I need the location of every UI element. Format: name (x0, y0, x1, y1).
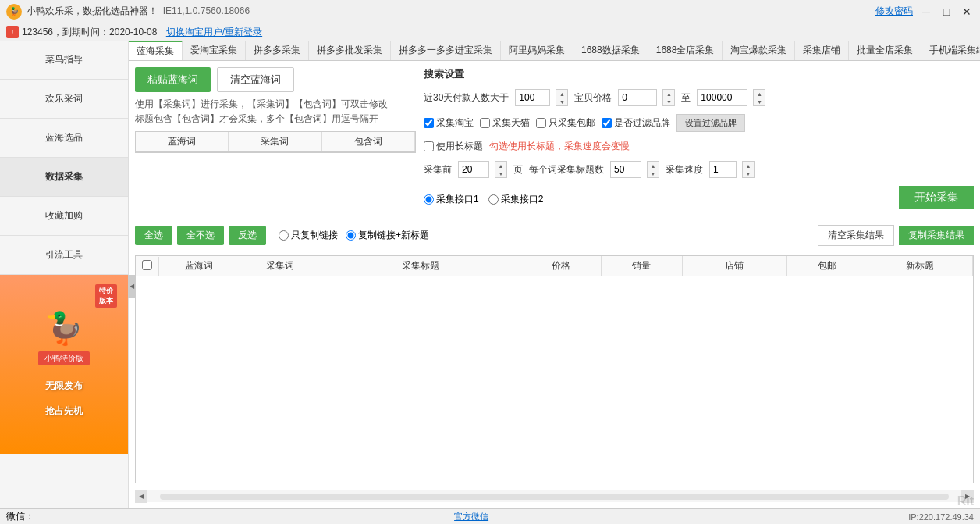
tab-pdd-batch[interactable]: 拼多多批发采集 (309, 41, 391, 60)
close-button[interactable]: ✕ (960, 5, 974, 19)
per-word-input[interactable] (610, 161, 641, 178)
maximize-button[interactable]: □ (939, 5, 953, 19)
checkbox-tianmao-label[interactable]: 采集天猫 (480, 116, 530, 130)
checkbox-longtitle-label[interactable]: 使用长标题 (424, 140, 483, 153)
speed-spin-up[interactable]: ▲ (743, 162, 754, 169)
blue-word-table: 蓝海词 采集词 包含词 (135, 131, 416, 153)
result-table-body (136, 276, 973, 483)
days-label: 近30天付款人数大于 (424, 91, 509, 105)
tab-pdd-jb[interactable]: 拼多多一多多进宝采集 (391, 41, 501, 60)
radio-interface1-label[interactable]: 采集接口1 (424, 193, 479, 206)
start-collect-button[interactable]: 开始采集 (899, 186, 974, 209)
window-controls: 修改密码 ─ □ ✕ (875, 0, 974, 23)
tab-1688-all[interactable]: 1688全店采集 (648, 41, 723, 60)
radio-copy-new[interactable] (346, 230, 356, 241)
sidebar: 菜鸟指导 欢乐采词 蓝海选品 数据采集 收藏加购 引流工具 特价版本 🦆 小鸭特… (0, 41, 129, 508)
pages-spin-up[interactable]: ▲ (495, 162, 506, 169)
radio-copy-link[interactable] (279, 230, 289, 241)
clear-blue-word-button[interactable]: 清空蓝海词 (217, 67, 294, 92)
tab-shop[interactable]: 采集店铺 (795, 41, 849, 60)
sidebar-item-collect[interactable]: 收藏加购 (0, 197, 128, 236)
scroll-track[interactable] (160, 494, 949, 500)
deselect-all-button[interactable]: 全不选 (177, 226, 224, 245)
checkbox-longtitle[interactable] (424, 141, 434, 151)
tab-hot[interactable]: 淘宝爆款采集 (723, 41, 795, 60)
scroll-left-btn[interactable]: ◀ (135, 490, 147, 503)
app-title: 小鸭欢乐采，数据化选品神器！ IE11,1.0.7560.18066 (27, 5, 974, 18)
radio-copy-new-label[interactable]: 复制链接+新标题 (346, 229, 429, 242)
result-col-collect: 采集词 (240, 256, 321, 276)
switch-account-link[interactable]: 切换淘宝用户/重新登录 (166, 26, 262, 39)
sidebar-item-huanle[interactable]: 欢乐采词 (0, 80, 128, 119)
app-icon: 🦆 (6, 4, 22, 20)
ad-duck-icon: 🦆 (44, 310, 83, 347)
result-table: 蓝海词 采集词 采集标题 价格 销量 店铺 包邮 新标题 (135, 255, 974, 483)
bottom-toolbar: 全选 全不选 反选 只复制链接 复制链接+新标题 清空采集结果 复制采集结果 (135, 222, 974, 249)
days-spin-up[interactable]: ▲ (556, 90, 567, 98)
speed-spin-down[interactable]: ▼ (743, 169, 754, 177)
set-brand-filter-button[interactable]: 设置过滤品牌 (676, 114, 745, 132)
change-pwd-link[interactable]: 修改密码 (875, 5, 913, 18)
checkbox-taobao-label[interactable]: 采集淘宝 (424, 116, 474, 130)
wechat-link[interactable]: 官方微信 (454, 511, 488, 522)
alert-icon: ! (6, 26, 19, 38)
sidebar-item-traffic[interactable]: 引流工具 (0, 236, 128, 275)
select-all-button[interactable]: 全选 (135, 226, 172, 245)
status-bar: 微信： 官方微信 IP:220.172.49.34 (0, 508, 980, 524)
settings-row-2: 采集淘宝 采集天猫 只采集包邮 是否过滤品牌 (424, 114, 974, 132)
per-word-spin-down[interactable]: ▼ (648, 169, 659, 177)
tab-mobile[interactable]: 手机端采集结果 (921, 41, 980, 60)
checkbox-tianmao[interactable] (480, 118, 490, 128)
paste-blue-word-button[interactable]: 粘贴蓝海词 (135, 67, 211, 92)
pages-input[interactable] (458, 161, 489, 178)
days-spin-down[interactable]: ▼ (556, 98, 567, 105)
tab-aitao[interactable]: 爱淘宝采集 (183, 41, 246, 60)
radio-interface2[interactable] (488, 194, 499, 205)
result-check-all[interactable] (142, 260, 152, 270)
tab-lanhai[interactable]: 蓝海采集 (129, 41, 183, 60)
tab-pdd[interactable]: 拼多多采集 (246, 41, 309, 60)
col-header-contain: 包含词 (322, 132, 415, 151)
col-header-haiword: 蓝海词 (136, 132, 229, 151)
result-col-shop: 店铺 (683, 256, 787, 276)
price-min-spin-down[interactable]: ▼ (663, 98, 674, 105)
radio-interface1[interactable] (424, 194, 434, 205)
speed-input[interactable] (709, 161, 737, 178)
title-bar: 🦆 小鸭欢乐采，数据化选品神器！ IE11,1.0.7560.18066 修改密… (0, 0, 980, 23)
pages-spin-down[interactable]: ▼ (495, 169, 506, 177)
tab-batch-shop[interactable]: 批量全店采集 (849, 41, 921, 60)
user-info-text: 123456，到期时间：2020-10-08 (22, 26, 157, 39)
price-min-spin-up[interactable]: ▲ (663, 90, 674, 98)
price-max-spin-up[interactable]: ▲ (754, 90, 765, 98)
checkbox-brand-label[interactable]: 是否过滤品牌 (602, 116, 670, 130)
per-word-label: 每个词采集标题数 (529, 163, 604, 176)
result-col-check (136, 257, 159, 276)
price-min-input[interactable] (618, 89, 657, 106)
interface-radio-group: 采集接口1 采集接口2 (424, 193, 543, 206)
sidebar-item-caoniao[interactable]: 菜鸟指导 (0, 41, 128, 80)
scroll-area: ◀ ▶ (135, 490, 974, 502)
invert-select-button[interactable]: 反选 (229, 226, 266, 245)
radio-interface2-label[interactable]: 采集接口2 (488, 193, 544, 206)
sidebar-item-data[interactable]: 数据采集 (0, 158, 128, 197)
sidebar-collapse-btn[interactable]: ◀ (128, 275, 136, 298)
pages-after-label: 页 (513, 163, 523, 176)
tab-1688-data[interactable]: 1688数据采集 (573, 41, 648, 60)
copy-result-button[interactable]: 复制采集结果 (899, 226, 974, 245)
per-word-spin-up[interactable]: ▲ (648, 162, 659, 169)
tab-alimama[interactable]: 阿里妈妈采集 (501, 41, 573, 60)
checkbox-filter-brand[interactable] (602, 118, 612, 128)
radio-copy-link-label[interactable]: 只复制链接 (279, 229, 338, 242)
minimize-button[interactable]: ─ (919, 5, 933, 19)
checkbox-mail-only[interactable] (536, 118, 546, 128)
main-layout: 菜鸟指导 欢乐采词 蓝海选品 数据采集 收藏加购 引流工具 特价版本 🦆 小鸭特… (0, 41, 980, 508)
checkbox-taobao[interactable] (424, 118, 434, 128)
price-max-spin-down[interactable]: ▼ (754, 98, 765, 105)
pages-before-label: 采集前 (424, 163, 452, 176)
days-input[interactable] (515, 89, 550, 106)
checkbox-mail-label[interactable]: 只采集包邮 (536, 116, 595, 130)
price-max-input[interactable] (697, 89, 747, 106)
clear-result-button[interactable]: 清空采集结果 (818, 225, 894, 246)
sidebar-item-lanhai[interactable]: 蓝海选品 (0, 119, 128, 158)
scroll-right-btn[interactable]: ▶ (961, 490, 974, 503)
